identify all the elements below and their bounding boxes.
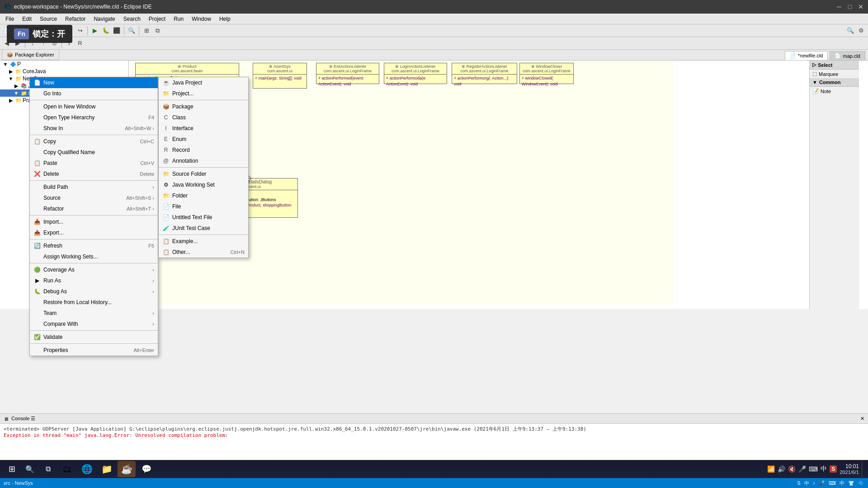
sub-package[interactable]: 📦 Package: [159, 101, 248, 112]
ctx-delete[interactable]: ❌ Delete Delete: [30, 169, 158, 179]
perspective-btn[interactable]: ⊞: [142, 26, 151, 36]
search-btn[interactable]: 🔍: [127, 26, 137, 36]
menu-source[interactable]: Source: [36, 15, 61, 23]
sub-p-icon: 📁: [162, 90, 170, 97]
ctx-copy-qualified[interactable]: Copy Qualified Name: [30, 147, 158, 158]
views-btn[interactable]: ⧉: [152, 26, 162, 36]
ctx-copy[interactable]: 📋 Copy Ctrl+C: [30, 136, 158, 147]
uml-box-login[interactable]: ⊕ LoginActionListener com.ascent.ui.Logi…: [384, 63, 447, 84]
palette-note[interactable]: 📝 Note: [810, 87, 859, 95]
ctx-properties[interactable]: Properties Alt+Enter: [30, 345, 158, 356]
ctx-show-in[interactable]: Show In Alt+Shift+W ›: [30, 123, 158, 134]
run-btn[interactable]: ▶: [90, 26, 100, 36]
ctx-export[interactable]: 📤 Export...: [30, 227, 158, 238]
start-button[interactable]: ⊞: [4, 461, 20, 477]
sub-class[interactable]: C Class: [159, 112, 248, 123]
taskbar-file-explorer[interactable]: 🗂: [58, 461, 76, 477]
ctx-validate[interactable]: ✅ Validate: [30, 332, 158, 343]
palette-common-header[interactable]: ▼ Common: [810, 78, 859, 87]
clock[interactable]: 10:01 2021/6/1: [840, 463, 859, 475]
ctx-assign-working-sets[interactable]: Assign Working Sets...: [30, 251, 158, 262]
palette-marquee[interactable]: ⬚ Marquee: [810, 70, 859, 78]
ctx-source[interactable]: Source Alt+Shift+S ›: [30, 192, 158, 203]
debug-btn[interactable]: 🐛: [101, 26, 111, 36]
uml-login-header: ⊕ LoginActionListener com.ascent.ui.Logi…: [384, 63, 447, 75]
uml-box-register[interactable]: ⊕ RegisterActionListener com.ascent.ui.L…: [452, 63, 517, 84]
taskbar-explorer2[interactable]: 📁: [98, 461, 116, 477]
ctx-coverage-as[interactable]: 🟢 Coverage As ›: [30, 264, 158, 275]
menu-window[interactable]: Window: [188, 15, 215, 23]
sub-interface[interactable]: I Interface: [159, 123, 248, 134]
redo-btn[interactable]: ↪: [75, 26, 85, 36]
menu-project[interactable]: Project: [145, 15, 169, 23]
task-view-button[interactable]: ⧉: [40, 461, 56, 477]
sub-file[interactable]: 📄 File: [159, 201, 248, 212]
sub-example[interactable]: 📋 Example...: [159, 236, 248, 247]
titlebar-controls[interactable]: ─ □ ✕: [835, 3, 864, 10]
context-menu: 📄 New › Go Into Open in New Window Open …: [29, 77, 158, 356]
menu-search[interactable]: Search: [120, 15, 144, 23]
uml-register-pkg: com.ascent.ui.LoginFrame: [454, 69, 515, 73]
ctx-open-new-window[interactable]: Open in New Window: [30, 101, 158, 112]
console-close-icon[interactable]: ✕: [860, 416, 864, 422]
tree-item-p[interactable]: ▼ 🔷 P: [0, 61, 128, 68]
menu-refactor[interactable]: Refactor: [61, 15, 89, 23]
minimize-button[interactable]: ─: [835, 3, 843, 10]
ctx-team[interactable]: Team ›: [30, 308, 158, 319]
uml-box-windowcloser[interactable]: ⊕ WindowCloser com.ascent.ui.LoginFrame …: [519, 63, 574, 84]
tree-p-icon: 🔷: [10, 61, 16, 67]
maximize-button[interactable]: □: [846, 3, 854, 10]
sub-project[interactable]: 📁 Project...: [159, 88, 248, 99]
console-content: <terminated> UDPServer [Java Application…: [0, 424, 868, 440]
ctx-cw-label: Compare With: [43, 321, 78, 327]
sub-record[interactable]: R Record: [159, 145, 248, 155]
uml-box-exit[interactable]: ⊕ ExitActionListener com.ascent.ui.Login…: [316, 63, 379, 84]
tab-map[interactable]: 📄 map.cld: [830, 51, 865, 60]
ctx-validate-icon: ✅: [33, 333, 41, 341]
taskbar-wechat[interactable]: 💬: [137, 461, 156, 477]
sub-java-working-set[interactable]: ⚙ Java Working Set: [159, 179, 248, 190]
ctx-refresh[interactable]: 🔄 Refresh F5: [30, 240, 158, 251]
sub-java-project[interactable]: ☕ Java Project: [159, 77, 248, 88]
search-button[interactable]: 🔍: [22, 461, 38, 477]
ctx-paste[interactable]: 📋 Paste Ctrl+V: [30, 158, 158, 169]
ctx-debug-as[interactable]: 🐛 Debug As ›: [30, 286, 158, 297]
taskbar-edge[interactable]: 🌐: [78, 461, 96, 477]
ctx-restore-history[interactable]: Restore from Local History...: [30, 297, 158, 308]
sub-annotation[interactable]: @ Annotation: [159, 155, 248, 166]
search-top-btn[interactable]: 🔍: [845, 26, 855, 36]
menu-navigate[interactable]: Navigate: [90, 15, 118, 23]
palette-select-header[interactable]: ▷ Select: [810, 61, 859, 70]
sub-source-folder[interactable]: 📁 Source Folder: [159, 169, 248, 179]
ctx-refactor[interactable]: Refactor Alt+Shift+T ›: [30, 203, 158, 214]
ctx-open-type-hierarchy[interactable]: Open Type Hierarchy F4: [30, 112, 158, 123]
sub-enum[interactable]: E Enum: [159, 134, 248, 145]
show-desktop-btn[interactable]: [862, 461, 864, 477]
sub-folder[interactable]: 📁 Folder: [159, 190, 248, 201]
menu-edit[interactable]: Edit: [19, 15, 35, 23]
ctx-gointo[interactable]: Go Into: [30, 88, 158, 99]
sub-other[interactable]: 📋 Other... Ctrl+N: [159, 247, 248, 258]
ctx-run-as[interactable]: ▶ Run As ›: [30, 275, 158, 286]
close-button[interactable]: ✕: [857, 3, 864, 10]
ctx-refresh-icon: 🔄: [33, 242, 41, 249]
menu-help[interactable]: Help: [216, 15, 234, 23]
ctx-compare-with[interactable]: Compare With ›: [30, 319, 158, 329]
stop-btn[interactable]: ⬛: [112, 26, 122, 36]
ctx-new[interactable]: 📄 New ›: [30, 77, 158, 88]
ctx-oth-icon: [33, 114, 41, 121]
status-icon4: 🎤: [819, 480, 825, 486]
ctx-build-path[interactable]: Build Path ›: [30, 182, 158, 192]
settings-btn[interactable]: ⚙: [856, 26, 866, 36]
taskbar-java[interactable]: ☕: [118, 461, 136, 477]
menu-run[interactable]: Run: [170, 15, 187, 23]
ctx-import[interactable]: 📥 Import...: [30, 216, 158, 227]
sub-iface-label: Interface: [172, 125, 193, 131]
open-resource-btn[interactable]: R: [75, 38, 85, 48]
tab-newfile[interactable]: 📄 *newfile.cld: [785, 51, 828, 60]
menu-file[interactable]: File: [2, 15, 18, 23]
uml-box-acentsys[interactable]: ⊕ AcentSys com.ascent.ui + main(args: St…: [253, 63, 307, 89]
sub-untitled-text[interactable]: 📄 Untitled Text File: [159, 212, 248, 223]
tree-item-corejava[interactable]: ▶ 📁 CoreJava: [0, 68, 128, 75]
sub-junit[interactable]: 🧪 JUnit Test Case: [159, 223, 248, 234]
